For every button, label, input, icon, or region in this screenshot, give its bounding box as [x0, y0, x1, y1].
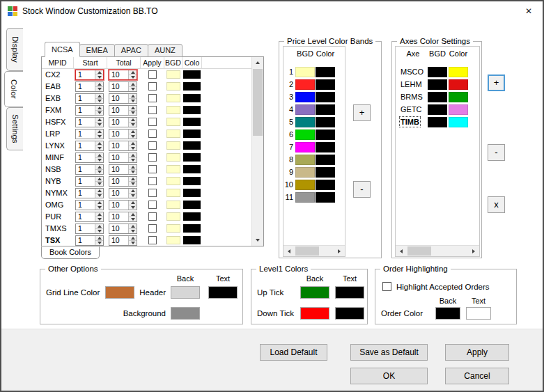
total-spinner[interactable]: 10 — [109, 141, 137, 151]
scroll-down-button[interactable] — [252, 235, 263, 246]
start-spinner[interactable]: 1 — [75, 235, 104, 246]
start-spinner[interactable]: 1 — [75, 105, 104, 116]
total-spinner[interactable]: 10 — [109, 152, 137, 163]
grid-line-color-swatch[interactable] — [105, 286, 134, 299]
start-spinner[interactable]: 1 — [75, 224, 104, 234]
color-swatch[interactable] — [183, 212, 201, 221]
start-spinner[interactable]: 1 — [75, 176, 104, 187]
order-back-swatch[interactable] — [435, 307, 460, 320]
band-color-swatch[interactable] — [316, 104, 335, 115]
price-bands-hscrollbar[interactable] — [283, 245, 345, 256]
band-color-swatch[interactable] — [316, 92, 335, 102]
axe-color-swatch[interactable] — [449, 92, 468, 102]
spinner-down-button[interactable] — [95, 98, 103, 103]
spinner-down-button[interactable] — [129, 181, 137, 186]
add-band-button[interactable]: + — [353, 104, 371, 121]
band-bgd-swatch[interactable] — [295, 180, 315, 190]
ok-button[interactable]: OK — [350, 368, 428, 384]
apply-checkbox[interactable] — [148, 82, 157, 91]
bgd-swatch[interactable] — [166, 224, 180, 233]
bgd-swatch[interactable] — [166, 165, 180, 173]
total-spinner[interactable]: 10 — [109, 212, 137, 222]
bgd-swatch[interactable] — [166, 212, 180, 221]
color-swatch[interactable] — [183, 165, 201, 173]
scroll-thumb[interactable] — [295, 246, 319, 256]
spinner-down-button[interactable] — [129, 228, 137, 233]
band-bgd-swatch[interactable] — [295, 192, 315, 203]
spinner-down-button[interactable] — [95, 181, 103, 186]
spinner-down-button[interactable] — [95, 110, 103, 115]
color-swatch[interactable] — [183, 177, 201, 185]
bgd-swatch[interactable] — [166, 118, 180, 126]
spinner-down-button[interactable] — [129, 193, 137, 198]
band-bgd-swatch[interactable] — [295, 130, 315, 140]
band-color-swatch[interactable] — [316, 155, 335, 165]
start-spinner[interactable]: 1 — [75, 81, 104, 92]
total-spinner[interactable]: 10 — [109, 129, 137, 139]
axe-bgd-swatch[interactable] — [428, 117, 447, 127]
total-spinner[interactable]: 10 — [109, 224, 137, 234]
scroll-right-button[interactable] — [334, 246, 345, 256]
color-swatch[interactable] — [183, 70, 201, 79]
band-color-swatch[interactable] — [316, 67, 335, 77]
scroll-thumb[interactable] — [253, 69, 263, 136]
total-spinner[interactable]: 10 — [109, 93, 137, 104]
spinner-down-button[interactable] — [95, 75, 103, 79]
header-back-swatch[interactable] — [171, 286, 200, 299]
down-tick-text-swatch[interactable] — [335, 307, 364, 320]
start-spinner[interactable]: 1 — [75, 141, 104, 151]
spinner-down-button[interactable] — [95, 228, 103, 233]
spinner-down-button[interactable] — [95, 122, 103, 127]
band-color-swatch[interactable] — [316, 180, 335, 190]
start-spinner[interactable]: 1 — [75, 93, 104, 104]
apply-checkbox[interactable] — [148, 201, 157, 209]
spinner-down-button[interactable] — [129, 217, 137, 221]
axe-bgd-swatch[interactable] — [428, 104, 447, 115]
band-color-swatch[interactable] — [316, 142, 335, 152]
total-spinner[interactable]: 10 — [109, 117, 137, 127]
band-color-swatch[interactable] — [316, 192, 335, 203]
side-tab-settings[interactable]: Settings — [6, 107, 23, 150]
axe-bgd-swatch[interactable] — [428, 67, 447, 77]
spinner-down-button[interactable] — [95, 86, 103, 91]
apply-button[interactable]: Apply — [445, 344, 509, 361]
bgd-swatch[interactable] — [166, 141, 180, 150]
spinner-down-button[interactable] — [95, 217, 103, 221]
total-spinner[interactable]: 10 — [109, 81, 137, 92]
band-bgd-swatch[interactable] — [295, 155, 315, 165]
start-spinner[interactable]: 1 — [75, 200, 104, 210]
color-swatch[interactable] — [183, 141, 201, 150]
color-swatch[interactable] — [183, 189, 201, 197]
axe-color-swatch[interactable] — [449, 79, 468, 90]
apply-checkbox[interactable] — [148, 118, 157, 126]
region-tab-apac[interactable]: APAC — [114, 44, 148, 57]
spinner-down-button[interactable] — [129, 169, 137, 174]
order-text-swatch[interactable] — [466, 307, 491, 320]
bgd-swatch[interactable] — [166, 201, 180, 209]
axe-color-swatch[interactable] — [449, 67, 468, 77]
background-color-swatch[interactable] — [171, 307, 200, 320]
band-bgd-swatch[interactable] — [295, 67, 315, 77]
apply-checkbox[interactable] — [148, 165, 157, 173]
color-swatch[interactable] — [183, 82, 201, 91]
bgd-swatch[interactable] — [166, 236, 180, 244]
band-bgd-swatch[interactable] — [295, 92, 315, 102]
axe-bgd-swatch[interactable] — [428, 92, 447, 102]
total-spinner[interactable]: 10 — [109, 200, 137, 210]
band-color-swatch[interactable] — [316, 117, 335, 127]
region-tab-emea[interactable]: EMEA — [79, 44, 115, 57]
band-bgd-swatch[interactable] — [295, 117, 315, 127]
total-spinner[interactable]: 10 — [109, 105, 137, 116]
spinner-down-button[interactable] — [95, 146, 103, 150]
start-spinner[interactable]: 1 — [75, 212, 104, 222]
band-bgd-swatch[interactable] — [295, 142, 315, 152]
apply-checkbox[interactable] — [148, 177, 157, 185]
total-spinner[interactable]: 10 — [109, 164, 137, 175]
scroll-right-button[interactable] — [468, 246, 479, 256]
axe-bgd-swatch[interactable] — [428, 79, 447, 90]
spinner-down-button[interactable] — [129, 110, 137, 115]
header-text-swatch[interactable] — [208, 286, 238, 299]
region-tab-aunz[interactable]: AUNZ — [148, 44, 182, 57]
spinner-down-button[interactable] — [95, 134, 103, 139]
color-swatch[interactable] — [183, 153, 201, 162]
